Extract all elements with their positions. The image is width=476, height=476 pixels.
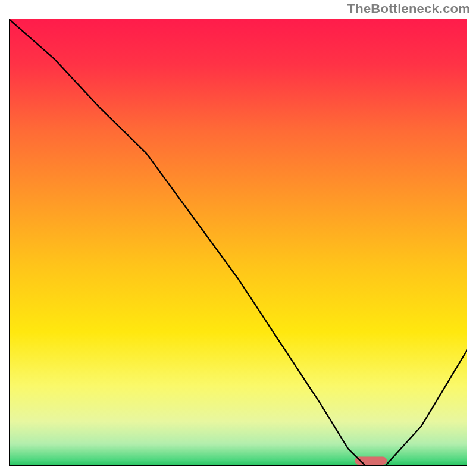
plot-background bbox=[9, 19, 467, 466]
chart-svg bbox=[9, 19, 467, 466]
bottleneck-chart bbox=[9, 19, 467, 466]
site-credit: TheBottleneck.com bbox=[347, 1, 470, 17]
